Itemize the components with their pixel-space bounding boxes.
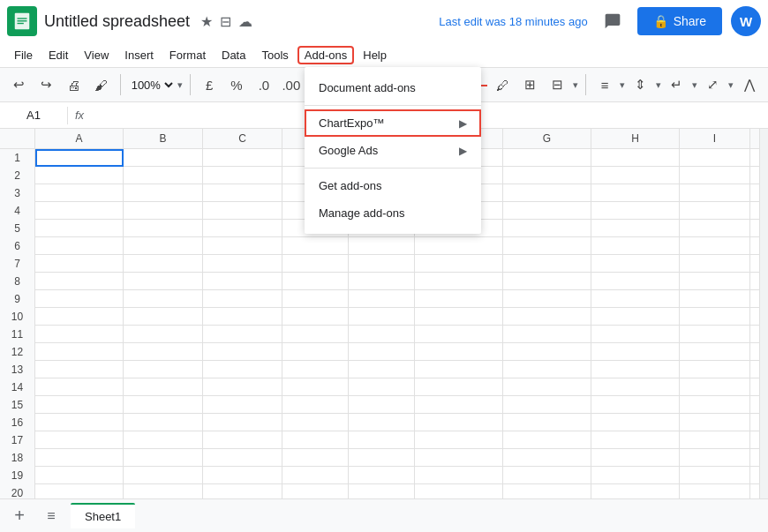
- row-header-3[interactable]: 3: [0, 184, 35, 202]
- table-row: 15: [0, 396, 768, 414]
- cell-a1[interactable]: [35, 149, 124, 167]
- halign-arrow: ▾: [620, 79, 625, 91]
- table-row: 17: [0, 431, 768, 449]
- svg-rect-2: [18, 20, 27, 21]
- manage-addons-item[interactable]: Manage add-ons: [305, 199, 481, 227]
- paint-format-button[interactable]: 🖌: [89, 72, 113, 97]
- sheet-tab-1[interactable]: Sheet1: [71, 503, 135, 528]
- undo-button[interactable]: ↩: [7, 72, 31, 97]
- row-header-5[interactable]: 5: [0, 220, 35, 237]
- halign-button[interactable]: ≡: [593, 72, 617, 97]
- valign-arrow: ▾: [656, 79, 661, 91]
- document-addons-item[interactable]: Document add-ons: [305, 74, 481, 101]
- user-avatar[interactable]: W: [731, 6, 761, 36]
- table-row: 6: [0, 237, 768, 255]
- chartexpo-item[interactable]: ChartExpo™ ▶: [305, 109, 481, 137]
- add-sheet-button[interactable]: +: [7, 504, 32, 528]
- cell-i1[interactable]: [680, 149, 750, 167]
- merge-arrow: ▾: [573, 79, 578, 91]
- col-header-h[interactable]: H: [591, 129, 680, 148]
- menu-insert[interactable]: Insert: [117, 46, 161, 64]
- zoom-select[interactable]: 100% 75% 50% 125% 150%: [128, 78, 176, 93]
- table-row: 10: [0, 308, 768, 326]
- spreadsheet-title[interactable]: Untitled spreadsheet: [44, 12, 190, 31]
- cell-b1[interactable]: [124, 149, 203, 167]
- cell-c1[interactable]: [203, 149, 282, 167]
- vertical-scrollbar[interactable]: [759, 129, 768, 517]
- row-header-9[interactable]: 9: [0, 290, 35, 308]
- row-header-8[interactable]: 8: [0, 273, 35, 290]
- percent-button[interactable]: %: [225, 72, 249, 97]
- row-header-4[interactable]: 4: [0, 202, 35, 220]
- table-row: 19: [0, 467, 768, 484]
- toolbar-divider-4: [585, 74, 586, 95]
- last-edit-link[interactable]: Last edit was 18 minutes ago: [439, 15, 587, 28]
- col-header-g[interactable]: G: [503, 129, 591, 148]
- merge-button[interactable]: ⊟: [546, 72, 569, 97]
- col-header-b[interactable]: B: [124, 129, 203, 148]
- table-row: 8: [0, 273, 768, 290]
- row-header-14[interactable]: 14: [0, 378, 35, 396]
- google-ads-item[interactable]: Google Ads ▶: [305, 137, 481, 164]
- row-header-11[interactable]: 11: [0, 326, 35, 343]
- fx-icon: fx: [75, 109, 84, 122]
- menu-view[interactable]: View: [77, 46, 116, 64]
- dropdown-divider-1: [305, 105, 481, 106]
- cell-h1[interactable]: [591, 149, 680, 167]
- document-addons-label: Document add-ons: [319, 81, 416, 94]
- col-header-a[interactable]: A: [35, 129, 124, 148]
- sheets-menu-button[interactable]: ≡: [39, 504, 64, 528]
- chartexpo-arrow-icon: ▶: [459, 117, 467, 130]
- menu-help[interactable]: Help: [356, 46, 394, 64]
- toolbar-divider-1: [120, 74, 121, 95]
- print-button[interactable]: 🖨: [62, 72, 86, 97]
- cell-g1[interactable]: [503, 149, 591, 167]
- valign-button[interactable]: ⇕: [629, 72, 652, 97]
- decimal-decrease-button[interactable]: .0: [252, 72, 275, 97]
- wrap-arrow: ▾: [692, 79, 697, 91]
- redo-button[interactable]: ↪: [34, 72, 58, 97]
- more-button[interactable]: ⋀: [737, 72, 761, 97]
- menu-addons[interactable]: Add-ons: [297, 46, 354, 64]
- table-row: 7: [0, 255, 768, 273]
- folder-icon[interactable]: ⊟: [220, 13, 231, 30]
- row-header-17[interactable]: 17: [0, 431, 35, 449]
- row-header-15[interactable]: 15: [0, 396, 35, 414]
- row-header-6[interactable]: 6: [0, 237, 35, 255]
- row-header-7[interactable]: 7: [0, 255, 35, 273]
- menu-data[interactable]: Data: [215, 46, 252, 64]
- row-header-12[interactable]: 12: [0, 343, 35, 361]
- col-header-c[interactable]: C: [203, 129, 282, 148]
- cell-reference-input[interactable]: [7, 109, 60, 122]
- zoom-arrow: ▾: [177, 79, 183, 91]
- menu-tools[interactable]: Tools: [254, 46, 295, 64]
- borders-button[interactable]: ⊞: [518, 72, 542, 97]
- row-header-10[interactable]: 10: [0, 308, 35, 326]
- get-addons-item[interactable]: Get add-ons: [305, 172, 481, 199]
- share-button[interactable]: 🔒 Share: [637, 7, 722, 35]
- title-icons: ★ ⊟ ☁: [200, 13, 252, 30]
- wrap-button[interactable]: ↵: [665, 72, 689, 97]
- row-header-13[interactable]: 13: [0, 361, 35, 378]
- svg-rect-3: [18, 23, 24, 24]
- row-header-1[interactable]: 1: [0, 149, 35, 167]
- row-header-2[interactable]: 2: [0, 167, 35, 184]
- row-header-19[interactable]: 19: [0, 467, 35, 484]
- table-row: 13: [0, 361, 768, 378]
- cloud-icon[interactable]: ☁: [238, 13, 252, 30]
- rotate-button[interactable]: ⤢: [701, 72, 725, 97]
- formula-divider: [67, 107, 68, 124]
- comments-button[interactable]: [597, 5, 629, 37]
- col-header-i[interactable]: I: [680, 129, 750, 148]
- addons-dropdown-menu: Document add-ons ChartExpo™ ▶ Google Ads…: [305, 67, 481, 234]
- highlight-button[interactable]: 🖊: [491, 72, 515, 97]
- star-icon[interactable]: ★: [200, 13, 213, 30]
- menu-file[interactable]: File: [7, 46, 40, 64]
- row-header-16[interactable]: 16: [0, 414, 35, 431]
- currency-button[interactable]: £: [198, 72, 222, 97]
- menu-format[interactable]: Format: [162, 46, 213, 64]
- decimal-increase-button[interactable]: .00: [279, 72, 303, 97]
- share-label: Share: [674, 14, 706, 28]
- menu-edit[interactable]: Edit: [41, 46, 75, 64]
- row-header-18[interactable]: 18: [0, 449, 35, 467]
